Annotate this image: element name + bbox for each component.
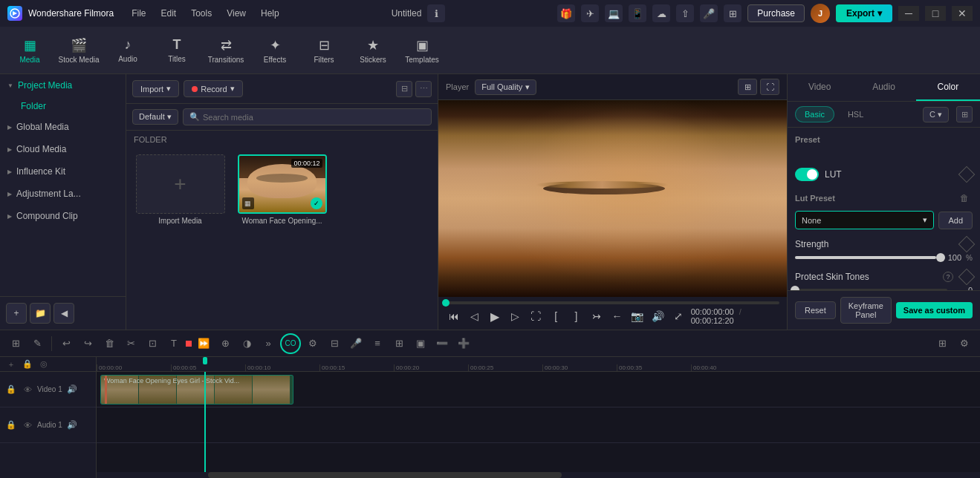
devices-icon[interactable]: 💻 (605, 4, 623, 22)
sidebar-item-adjustment[interactable]: ▶ Adjustment La... (0, 183, 126, 205)
timeline-select-tool[interactable]: ⊞ (6, 334, 25, 353)
mic-icon[interactable]: 🎤 (700, 4, 718, 22)
panel-customize-icon[interactable]: ⊞ (956, 106, 973, 122)
add-marker-button[interactable]: ↣ (588, 307, 604, 325)
speed-button[interactable]: ⏩ (194, 334, 213, 353)
import-button[interactable]: Import ▾ (132, 80, 179, 97)
menu-edit[interactable]: Edit (161, 8, 177, 19)
timeline-layout-button[interactable]: ⊞ (932, 334, 952, 353)
woman-face-thumb[interactable]: 00:00:12 ▦ ✓ (238, 154, 327, 214)
audio-track-eye[interactable]: 👁 (21, 419, 34, 432)
overlay-button[interactable]: ⊞ (389, 334, 409, 353)
color-mode-button[interactable]: C ▾ (923, 107, 949, 122)
sidebar-item-cloud-media[interactable]: ▶ Cloud Media (0, 138, 126, 160)
video-clip[interactable]: Woman Face Opening Eyes Girl - Stock Vid… (100, 375, 293, 405)
filter-icon[interactable]: ⊟ (396, 81, 412, 97)
voice-over-button[interactable]: ← (609, 307, 625, 325)
timeline-settings-button[interactable]: ⚙ (955, 334, 974, 353)
skin-keyframe-icon[interactable] (958, 269, 976, 286)
lock-all-button[interactable]: 🔒 (21, 358, 34, 371)
sidebar-item-global-media[interactable]: ▶ Global Media (0, 116, 126, 138)
maximize-button[interactable]: □ (925, 6, 946, 21)
add-folder-button[interactable]: + (6, 303, 27, 324)
menu-help[interactable]: Help (261, 8, 279, 19)
send-icon[interactable]: ✈ (581, 4, 599, 22)
fullscreen-button[interactable]: ⛶ (760, 79, 779, 95)
snap-button[interactable]: ⚙ (303, 334, 322, 353)
delete-lut-button[interactable]: 🗑 (956, 190, 973, 206)
save-as-custom-button[interactable]: Save as custom (896, 302, 973, 318)
menu-file[interactable]: File (132, 8, 146, 19)
add-to-timeline-icon[interactable]: ▦ (242, 197, 254, 209)
timeline-pen-tool[interactable]: ✎ (27, 334, 47, 353)
folder-icon[interactable]: 📁 (30, 303, 51, 324)
minimize-button[interactable]: ─ (898, 6, 919, 21)
mask-button[interactable]: ◑ (237, 334, 256, 353)
audio-track-lock[interactable]: 🔒 (4, 419, 18, 432)
share-icon[interactable]: ⇧ (676, 4, 694, 22)
pip-button[interactable]: ▣ (411, 334, 430, 353)
delete-button[interactable]: 🗑 (100, 334, 119, 353)
skin-thumb[interactable] (791, 286, 799, 290)
toolbar-stickers[interactable]: ★ Stickers (349, 30, 397, 71)
undo-button[interactable]: ↩ (56, 334, 76, 353)
export-button[interactable]: Export ▾ (836, 4, 892, 22)
add-lut-button[interactable]: Add (938, 212, 973, 229)
crop-button[interactable]: ⊡ (143, 334, 162, 353)
quality-button[interactable]: Full Quality ▾ (475, 79, 536, 95)
toolbar-effects[interactable]: ✦ Effects (251, 30, 299, 71)
lut-keyframe-icon[interactable] (958, 166, 976, 183)
reset-button[interactable]: Reset (795, 301, 836, 319)
record-button[interactable]: Record ▾ (184, 80, 242, 97)
search-input[interactable] (203, 113, 425, 122)
redo-button[interactable]: ↪ (78, 334, 97, 353)
purchase-button[interactable]: Purchase (747, 4, 805, 22)
volume-button[interactable]: 🔊 (650, 307, 666, 325)
gift-icon[interactable]: 🎁 (557, 4, 575, 22)
tab-color[interactable]: Color (916, 74, 980, 101)
progress-bar[interactable] (446, 301, 779, 304)
lut-preset-dropdown[interactable]: None ▾ (795, 211, 934, 229)
video-track-lock[interactable]: 🔒 (4, 383, 18, 396)
video-track-volume[interactable]: 🔊 (65, 383, 79, 396)
co-badge[interactable]: CO (280, 333, 301, 354)
close-button[interactable]: ✕ (952, 6, 973, 21)
grid-view-button[interactable]: ⊞ (738, 79, 757, 95)
screenshot-button[interactable]: 📷 (629, 307, 645, 325)
menu-view[interactable]: View (227, 8, 246, 19)
add-track-button[interactable]: + (4, 358, 18, 371)
default-view-button[interactable]: Default ▾ (132, 109, 178, 125)
text-button[interactable]: T (164, 334, 184, 353)
toolbar-titles[interactable]: T Titles (153, 30, 201, 71)
mark-out-button[interactable]: ] (568, 307, 584, 325)
more-effects-button[interactable]: » (259, 334, 278, 353)
play-button[interactable]: ▶ (487, 307, 502, 325)
more-options-icon[interactable]: ⋯ (415, 81, 432, 97)
toolbar-audio[interactable]: ♪ Audio (104, 30, 152, 71)
sidebar-item-folder[interactable]: Folder (0, 96, 126, 116)
zoom-minus-button[interactable]: ➖ (432, 334, 452, 353)
magnetic-button[interactable]: ◎ (37, 358, 51, 371)
scrollbar-thumb[interactable] (208, 472, 562, 478)
collapse-panel-button[interactable]: ◀ (53, 303, 74, 324)
sidebar-item-influence-kit[interactable]: ▶ Influence Kit (0, 160, 126, 183)
phone-icon[interactable]: 📱 (629, 4, 646, 22)
strength-thumb[interactable] (936, 253, 945, 262)
color-tab-basic[interactable]: Basic (795, 106, 834, 122)
toolbar-filters[interactable]: ⊟ Filters (300, 30, 348, 71)
audio-track-button[interactable]: 🎤 (346, 334, 366, 353)
mark-in-button[interactable]: [ (548, 307, 563, 325)
fullscreen-player-button[interactable]: ⛶ (528, 307, 543, 325)
import-media-thumb[interactable]: + (136, 154, 225, 214)
toolbar-media[interactable]: ▦ Media (6, 30, 53, 71)
cut-button[interactable]: ✂ (121, 334, 140, 353)
frame-forward-button[interactable]: ▷ (507, 307, 522, 325)
apps-icon[interactable]: ⊞ (724, 4, 742, 22)
timeline-ruler[interactable]: 00:00:00 00:00:05 00:00:10 00:00:15 00:0… (97, 357, 980, 372)
toolbar-templates[interactable]: ▣ Templates (398, 30, 446, 71)
toolbar-stock-media[interactable]: 🎬 Stock Media (55, 30, 103, 71)
color-correct-button[interactable]: ⊕ (215, 334, 235, 353)
list-item[interactable]: + Import Media (132, 154, 228, 324)
skin-slider[interactable] (795, 289, 947, 290)
lut-toggle[interactable] (795, 168, 819, 181)
